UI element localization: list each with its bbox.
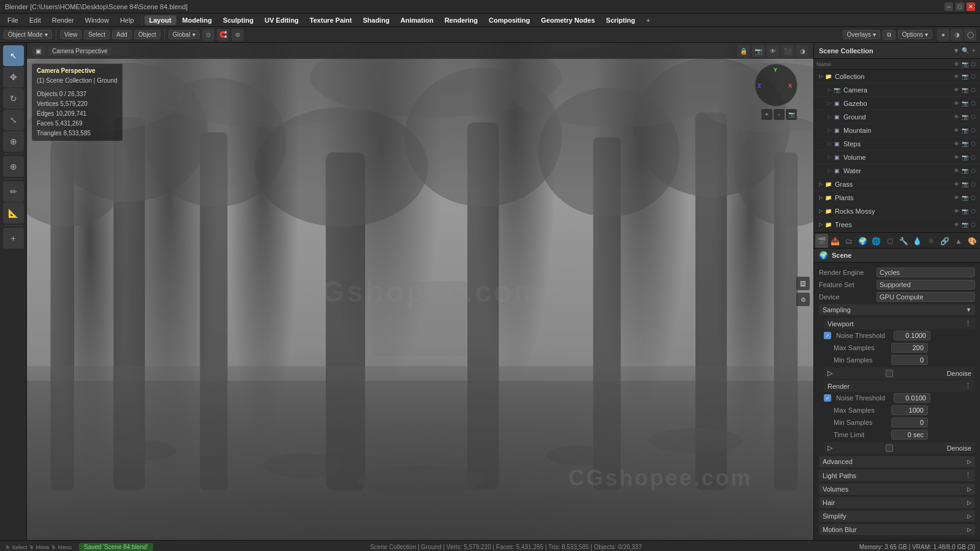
props-tab-physics[interactable]: ⚛ [925,234,938,248]
menu-workspace-sculpting[interactable]: Sculpting [218,15,258,25]
exclude-icon[interactable]: ⬡ [969,126,978,135]
nav-gizmo[interactable]: X Y Z + - 📷 [755,64,804,113]
transform-tool-btn[interactable]: ⊕ [3,131,24,152]
object-menu-btn[interactable]: Object [134,30,160,39]
props-tab-object[interactable]: ⬡ [884,234,897,248]
menu-workspace-animation[interactable]: Animation [396,15,439,25]
props-tab-output[interactable]: 📤 [829,234,842,248]
outliner-item[interactable]: ▷ 📁 Plants 👁 📷 ⬡ [814,191,980,204]
advanced-section[interactable]: Advanced ▷ [819,456,975,467]
sampling-section[interactable]: Sampling ▼ [819,304,975,315]
visibility-icon[interactable]: 👁 [952,180,960,189]
cursor-tool-btn[interactable]: ⊕ [3,156,24,177]
props-tab-material[interactable]: 🎨 [966,234,979,248]
denoise-section[interactable]: ▷ Denoise [824,367,975,379]
motion-blur-section[interactable]: Motion Blur ▷ [819,524,975,535]
render-noise-input[interactable]: 0.0100 [894,393,930,403]
viewport-overlay-btn[interactable]: ⬛ [782,45,794,57]
zoom-out-btn[interactable]: - [774,109,785,120]
noise-threshold-input[interactable]: 0.1000 [894,331,930,340]
overlay-btn[interactable]: Overlays ▾ [843,30,880,39]
props-tab-world[interactable]: 🌐 [870,234,883,248]
min-samples-input[interactable]: 0 [891,355,928,365]
outliner-add-icon[interactable]: + [971,47,975,54]
collection-arrow[interactable]: ▷ [819,195,823,200]
outliner-item[interactable]: ▷ ▣ Steps 👁 📷 ⬡ [814,137,980,151]
gizmo-circle[interactable]: X Y Z [755,64,797,107]
options-btn[interactable]: Options ▾ [898,30,932,39]
collection-arrow[interactable]: ▷ [819,73,823,79]
rotate-tool-btn[interactable]: ↻ [3,88,24,109]
select-tool-btn[interactable]: ↖ [3,45,24,66]
noise-threshold-check[interactable]: ✓ [824,332,831,339]
outliner-search-icon[interactable]: 🔍 [962,47,969,54]
rendered-shading-btn[interactable]: ◯ [964,29,976,41]
render-preview-icon[interactable]: 🖼 [796,277,810,290]
render-max-input[interactable]: 1000 [891,405,928,415]
light-paths-section[interactable]: Light Paths ⋮ [819,470,975,481]
menu-workspace-texture[interactable]: Texture Paint [305,15,357,25]
menu-render[interactable]: Render [47,15,79,25]
solid-shading-btn[interactable]: ● [937,29,949,41]
visibility-icon[interactable]: 👁 [952,167,960,175]
visibility-icon[interactable]: 👁 [952,207,960,216]
exclude-icon[interactable]: ⬡ [969,167,978,175]
denoise-check[interactable] [886,370,893,377]
menu-workspace-compositing[interactable]: Compositing [484,15,535,25]
exclude-icon[interactable]: ⬡ [969,153,978,162]
props-tab-particles[interactable]: 💧 [911,234,924,248]
visibility-icon[interactable]: 👁 [952,193,960,202]
camera-view-btn[interactable]: 📷 [786,109,797,120]
exclude-icon[interactable]: ⬡ [969,180,978,189]
menu-file[interactable]: File [2,15,23,25]
collection-arrow[interactable]: ▷ [819,181,823,187]
render-visibility-icon[interactable]: 📷 [960,72,969,81]
outliner-filter-icon[interactable]: ▼ [953,47,959,54]
visibility-icon[interactable]: 👁 [952,126,960,135]
volumes-section[interactable]: Volumes ▷ [819,484,975,495]
exclude-icon[interactable]: ⬡ [969,72,978,81]
add-tool-btn[interactable]: + [3,228,24,249]
editor-type-btn[interactable]: ▣ [32,47,45,56]
visibility-icon[interactable]: 👁 [952,86,960,94]
render-min-input[interactable]: 0 [891,418,928,427]
mode-dropdown[interactable]: Object Mode ▾ [4,30,52,39]
exclude-icon[interactable]: ⬡ [969,220,978,229]
render-visibility-icon[interactable]: 📷 [960,193,969,202]
proportional-icon[interactable]: ⊚ [232,29,244,41]
exclude-icon[interactable]: ⬡ [969,99,978,108]
menu-window[interactable]: Window [80,15,114,25]
move-tool-btn[interactable]: ✥ [3,67,24,88]
render-denoise-check[interactable] [886,444,893,452]
props-tab-viewlayer[interactable]: 🗂 [843,234,856,248]
measure-tool-btn[interactable]: 📐 [3,203,24,223]
xray-btn[interactable]: ⧉ [883,30,895,40]
viewport-mode-btn[interactable]: Camera Perspective [48,47,111,56]
select-menu-btn[interactable]: Select [84,30,110,39]
global-dropdown[interactable]: Global ▾ [168,30,200,39]
material-shading-btn[interactable]: ◑ [951,29,963,41]
render-visibility-icon[interactable]: 📷 [960,126,969,135]
viewport-lock-btn[interactable]: 🔒 [737,45,750,57]
outliner-item[interactable]: ▷ 📷 Camera 👁 📷 ⬡ [814,83,980,97]
visibility-icon[interactable]: 👁 [952,99,960,108]
menu-edit[interactable]: Edit [24,15,46,25]
viewport-camera-btn[interactable]: 📷 [752,45,764,57]
props-tab-constraints[interactable]: 🔗 [938,234,951,248]
render-visibility-icon[interactable]: 📷 [960,153,969,162]
render-visibility-icon[interactable]: 📷 [960,207,969,216]
menu-workspace-geometry[interactable]: Geometry Nodes [536,15,600,25]
render-visibility-icon[interactable]: 📷 [960,86,969,94]
feature-set-dropdown[interactable]: Supported [876,280,975,290]
viewport-canvas[interactable]: CGshopee.com CGshopee.com ▣ Camera Persp… [27,43,813,540]
minimize-button[interactable]: ─ [944,2,953,11]
viewport-section[interactable]: Viewport ⋮ [824,318,975,329]
close-button[interactable]: ✕ [967,2,975,11]
menu-workspace-shading[interactable]: Shading [358,15,394,25]
render-visibility-icon[interactable]: 📷 [960,220,969,229]
menu-workspace-uv[interactable]: UV Editing [260,15,304,25]
visibility-icon[interactable]: 👁 [952,113,960,121]
pivot-btn[interactable]: ⊙ [202,29,214,41]
outliner-item[interactable]: ▷ 📁 Grass 👁 📷 ⬡ [814,178,980,191]
render-visibility-icon[interactable]: 📷 [960,180,969,189]
